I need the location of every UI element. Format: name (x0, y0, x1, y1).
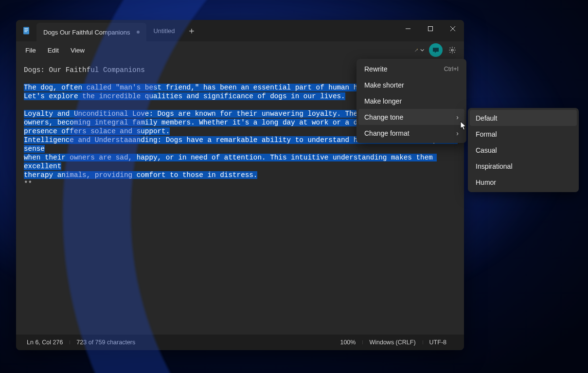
doc-text: ** (24, 180, 32, 188)
unsaved-indicator-icon (137, 31, 140, 34)
tone-option-casual[interactable]: Casual (470, 142, 577, 158)
menu-file[interactable]: File (20, 45, 41, 56)
tab-active[interactable]: Dogs Our Faithful Companions (36, 23, 146, 41)
app-icon (16, 20, 36, 41)
doc-title: Dogs: Our Faithful Companions (24, 66, 145, 74)
tone-option-default[interactable]: Default (470, 110, 577, 126)
ai-context-menu: Rewrite Ctrl+I Make shorter Make longer … (356, 59, 466, 143)
menu-item-label: Make longer (364, 97, 402, 105)
menu-item-rewrite[interactable]: Rewrite Ctrl+I (358, 61, 464, 77)
svg-rect-0 (23, 27, 29, 35)
menu-item-change-format[interactable]: Change format › (358, 125, 464, 141)
chevron-right-icon: › (456, 113, 459, 121)
chevron-right-icon: › (456, 129, 459, 137)
window-controls (397, 20, 464, 41)
menu-item-make-longer[interactable]: Make longer (358, 93, 464, 109)
minimize-button[interactable] (397, 20, 419, 37)
status-position: Ln 6, Col 276 (27, 339, 70, 346)
titlebar: Dogs Our Faithful Companions Untitled ＋ (16, 20, 464, 41)
menu-item-label: Casual (476, 146, 497, 154)
status-chars: 723 of 759 characters (70, 339, 142, 346)
tab-title: Untitled (153, 27, 175, 35)
menu-item-label: Formal (476, 130, 497, 138)
svg-rect-1 (24, 29, 28, 29)
menu-edit[interactable]: Edit (42, 45, 64, 56)
menu-item-label: Inspirational (476, 162, 513, 170)
selected-text: when their owners are sad, happy, or in … (24, 154, 437, 170)
selected-text: Loyalty and Unconditional Love: Dogs are… (24, 110, 383, 118)
menu-item-make-shorter[interactable]: Make shorter (358, 77, 464, 93)
tone-option-inspirational[interactable]: Inspirational (470, 158, 577, 174)
tab-inactive[interactable]: Untitled (146, 20, 181, 41)
status-eol[interactable]: Windows (CRLF) (362, 339, 422, 346)
menu-item-label: Default (476, 114, 497, 122)
menu-item-change-tone[interactable]: Change tone › (358, 109, 464, 125)
status-zoom[interactable]: 100% (340, 339, 362, 346)
selected-text: Let's explore the incredible qualities a… (24, 92, 345, 100)
close-button[interactable] (442, 20, 464, 37)
menu-item-label: Humor (476, 178, 496, 186)
tone-option-humor[interactable]: Humor (470, 174, 577, 190)
menu-item-label: Change tone (364, 113, 403, 121)
menu-item-shortcut: Ctrl+I (444, 66, 459, 72)
menubar: File Edit View (16, 41, 464, 59)
statusbar: Ln 6, Col 276 723 of 759 characters 100%… (16, 335, 464, 350)
copilot-button[interactable] (429, 43, 443, 57)
selected-text: owners, becoming integral family members… (24, 119, 383, 126)
svg-rect-2 (24, 30, 28, 31)
svg-rect-3 (24, 32, 27, 32)
svg-point-8 (451, 49, 453, 51)
settings-button[interactable] (445, 43, 460, 57)
selected-text: therapy animals, providing comfort to th… (24, 171, 257, 179)
menu-view[interactable]: View (65, 45, 90, 56)
ai-rewrite-button[interactable] (411, 43, 427, 57)
change-tone-submenu: Default Formal Casual Inspirational Humo… (468, 108, 579, 192)
selected-text: The dog, often called "man's best friend… (24, 84, 383, 91)
svg-rect-5 (428, 27, 433, 31)
new-tab-button[interactable]: ＋ (182, 20, 201, 41)
tone-option-formal[interactable]: Formal (470, 126, 577, 142)
menu-item-label: Make shorter (364, 81, 404, 89)
menu-item-label: Rewrite (364, 65, 387, 73)
tab-title: Dogs Our Faithful Companions (43, 29, 130, 36)
maximize-button[interactable] (419, 20, 442, 37)
status-encoding[interactable]: UTF-8 (423, 339, 453, 346)
menu-item-label: Change format (364, 129, 410, 137)
selected-text: presence offers solace and support. (24, 127, 170, 135)
